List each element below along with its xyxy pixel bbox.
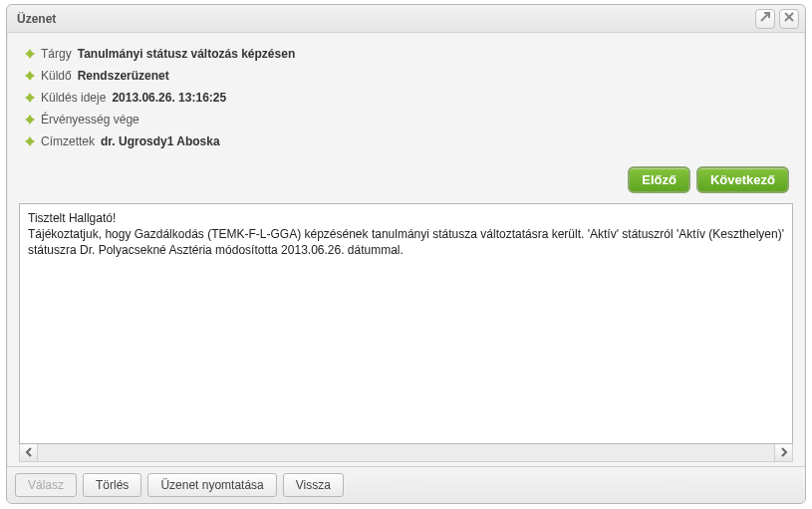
meta-subject-value: Tanulmányi státusz változás képzésen bbox=[78, 47, 296, 61]
meta-sender-value: Rendszerüzenet bbox=[78, 69, 169, 83]
chevron-left-icon bbox=[24, 446, 34, 460]
meta-section: Tárgy Tanulmányi státusz változás képzés… bbox=[19, 43, 793, 152]
back-button[interactable]: Vissza bbox=[283, 473, 344, 497]
dialog-titlebar: Üzenet bbox=[7, 5, 805, 33]
close-button[interactable] bbox=[779, 9, 799, 29]
scroll-left-button[interactable] bbox=[20, 444, 38, 461]
bullet-icon bbox=[25, 71, 35, 81]
bullet-icon bbox=[25, 49, 35, 59]
meta-validity: Érvényesség vége bbox=[25, 109, 793, 130]
nav-row: Előző Következő bbox=[19, 152, 793, 203]
scroll-track[interactable] bbox=[38, 444, 774, 461]
meta-recipients: Címzettek dr. Ugrosdy1 Aboska bbox=[25, 130, 793, 152]
meta-sent: Küldés ideje 2013.06.26. 13:16:25 bbox=[25, 87, 793, 109]
bullet-icon bbox=[25, 93, 35, 103]
message-area: Tisztelt Hallgató! Tájékoztatjuk, hogy G… bbox=[19, 203, 793, 462]
next-button[interactable]: Következő bbox=[696, 166, 789, 193]
message-greeting: Tisztelt Hallgató! bbox=[28, 210, 784, 226]
dialog-title: Üzenet bbox=[17, 12, 751, 26]
dialog-content: Tárgy Tanulmányi státusz változás képzés… bbox=[7, 33, 805, 466]
meta-sent-value: 2013.06.26. 13:16:25 bbox=[112, 91, 226, 105]
scroll-right-button[interactable] bbox=[774, 444, 792, 461]
chevron-right-icon bbox=[779, 446, 789, 460]
message-text: Tájékoztatjuk, hogy Gazdálkodás (TEMK-F-… bbox=[28, 226, 784, 258]
meta-sender: Küldő Rendszerüzenet bbox=[25, 65, 793, 87]
bullet-icon bbox=[25, 115, 35, 125]
horizontal-scrollbar[interactable] bbox=[19, 444, 793, 462]
dialog-footer: Válasz Törlés Üzenet nyomtatása Vissza bbox=[7, 466, 805, 503]
print-button[interactable]: Üzenet nyomtatása bbox=[147, 473, 276, 497]
close-icon bbox=[783, 11, 795, 26]
svg-line-0 bbox=[761, 13, 769, 21]
bullet-icon bbox=[25, 136, 35, 146]
meta-subject: Tárgy Tanulmányi státusz változás képzés… bbox=[25, 43, 793, 65]
meta-validity-label: Érvényesség vége bbox=[41, 113, 139, 127]
reply-button[interactable]: Válasz bbox=[15, 473, 77, 497]
maximize-icon bbox=[759, 11, 771, 26]
meta-subject-label: Tárgy bbox=[41, 47, 72, 61]
prev-button[interactable]: Előző bbox=[628, 166, 690, 193]
message-dialog: Üzenet Tárgy Tanulmányi státusz változás… bbox=[6, 4, 806, 504]
meta-sent-label: Küldés ideje bbox=[41, 91, 106, 105]
delete-button[interactable]: Törlés bbox=[83, 473, 141, 497]
meta-recipients-value: dr. Ugrosdy1 Aboska bbox=[101, 134, 220, 148]
message-body[interactable]: Tisztelt Hallgató! Tájékoztatjuk, hogy G… bbox=[19, 203, 793, 444]
maximize-button[interactable] bbox=[755, 9, 775, 29]
meta-recipients-label: Címzettek bbox=[41, 134, 95, 148]
meta-sender-label: Küldő bbox=[41, 69, 72, 83]
